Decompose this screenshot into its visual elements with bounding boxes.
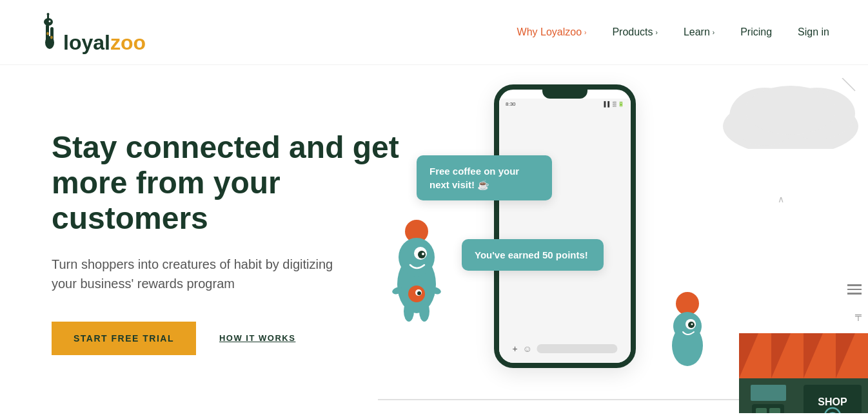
svg-text:SHOP: SHOP [818,396,847,407]
phone-illustration: 8:30 ▌▌ ▒ 🔋 + ☺ [494,84,636,368]
nav-item-products[interactable]: Products › [612,26,657,38]
start-free-trial-button[interactable]: START FREE TRIAL [52,322,196,355]
hero-title: Stay connected and get more from your cu… [52,130,413,237]
decorative-lines [847,284,862,295]
svg-rect-47 [751,385,786,401]
nav-item-learn[interactable]: Learn › [684,26,715,38]
svg-point-26 [417,291,421,295]
phone-screen: 8:30 ▌▌ ▒ 🔋 [499,99,631,363]
phone-icons: ▌▌ ▒ 🔋 [604,101,624,107]
nav-label-signin: Sign in [798,26,829,38]
notification-bubble-1: Free coffee on your next visit! ☕ [417,155,552,200]
logo-loyal-text: loyal [63,32,110,53]
how-it-works-button[interactable]: HOW IT WORKS [219,333,295,343]
phone-smiley-icon: ☺ [523,344,532,354]
phone-time: 8:30 [506,101,516,107]
svg-line-13 [842,78,855,91]
notification-bubble-2: You've earned 50 points! [462,239,604,271]
phone-notch [542,90,587,99]
nav-item-signin[interactable]: Sign in [798,26,829,38]
nav-item-why-loyalzoo[interactable]: Why Loyalzoo › [517,26,587,38]
hero-text-block: Stay connected and get more from your cu… [52,104,413,355]
arrow-decoration: ╤ [855,310,862,320]
nav-item-pricing[interactable]: Pricing [740,26,772,38]
logo-zoo-text: zoo [110,32,146,53]
phone-bottom-bar: + ☺ [512,342,617,355]
svg-point-8 [50,36,53,39]
chevron-icon-why: › [584,29,586,36]
phone-input-bar [537,344,618,353]
bubble-2-text: You've earned 50 points! [475,249,588,260]
svg-point-7 [46,32,49,35]
bird-illustration: ∧ [778,194,784,204]
cta-buttons: START FREE TRIAL HOW IT WORKS [52,322,413,355]
giraffe-icon [39,12,61,50]
chevron-icon-learn: › [713,29,715,36]
svg-point-5 [47,13,50,15]
logo: loyalzoo [39,12,146,53]
nav-label-pricing: Pricing [740,26,772,38]
main-nav: Why Loyalzoo › Products › Learn › Pricin… [517,26,829,38]
nav-label-why-loyalzoo: Why Loyalzoo [517,26,582,38]
svg-point-12 [745,86,836,135]
cloud-illustration [720,78,862,151]
chevron-icon-products: › [656,29,658,36]
svg-rect-44 [769,408,780,413]
hero-section: Stay connected and get more from your cu… [0,65,868,413]
svg-point-6 [49,21,51,23]
monster-small-illustration [662,291,713,371]
hero-illustration: ∧ 8:30 ▌▌ ▒ 🔋 + ☺ Free coffee on your ne… [378,65,868,413]
svg-point-27 [676,292,699,315]
header: loyalzoo Why Loyalzoo › Products › Learn… [0,0,868,65]
svg-point-32 [691,324,693,325]
svg-point-23 [419,301,429,322]
nav-label-learn: Learn [684,26,710,38]
svg-point-18 [418,251,426,258]
phone-plus-icon: + [512,344,517,354]
shop-illustration: SHOP [739,333,868,413]
svg-rect-2 [50,27,54,43]
nav-label-products: Products [612,26,653,38]
hero-subtitle: Turn shoppers into creatures of habit by… [52,255,361,293]
svg-point-19 [422,253,424,255]
svg-rect-43 [756,408,767,413]
phone-status-bar: 8:30 ▌▌ ▒ 🔋 [499,99,631,110]
monster-big-illustration [384,220,449,338]
svg-point-22 [404,301,414,322]
bubble-1-text: Free coffee on your next visit! ☕ [429,166,519,190]
